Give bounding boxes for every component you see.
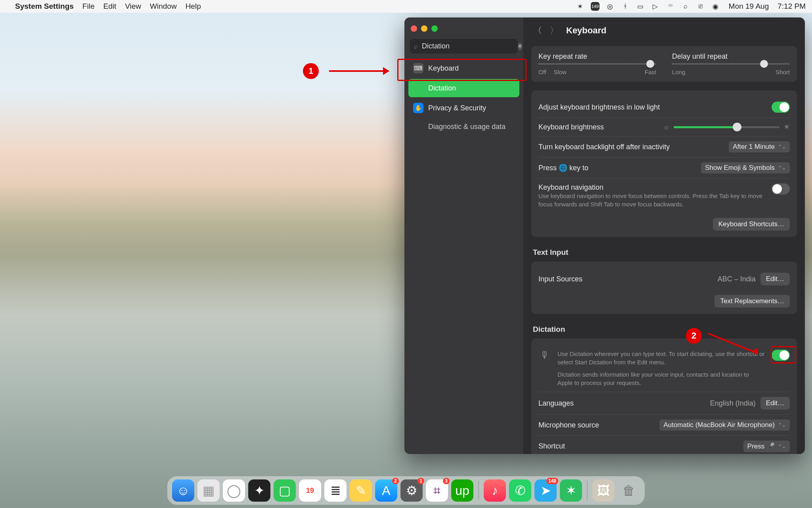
dock-launchpad[interactable]: ▦ xyxy=(197,479,220,502)
search-input[interactable] xyxy=(422,42,514,50)
slider-label: Delay until repeat xyxy=(672,52,790,61)
row-label: Turn keyboard backlight off after inacti… xyxy=(538,143,670,151)
dock-upwork[interactable]: up xyxy=(451,479,473,502)
slider-min-label: Long xyxy=(672,69,685,75)
brightness-high-icon: ☀ xyxy=(783,123,790,131)
hand-icon: ✋ xyxy=(413,103,423,113)
dock-notes[interactable]: ✎ xyxy=(350,479,372,502)
fullscreen-button[interactable] xyxy=(431,25,438,32)
close-button[interactable] xyxy=(411,25,417,32)
calendar-day: 19 xyxy=(306,487,314,495)
system-settings-window: ⌕ ✕ ⌨ Keyboard Dictation ✋ Privacy & Sec… xyxy=(404,17,805,454)
search-icon: ⌕ xyxy=(414,43,418,50)
chevron-updown-icon: ⌃⌄ xyxy=(778,144,786,150)
row-label: Input Sources xyxy=(538,275,582,283)
menu-file[interactable]: File xyxy=(82,2,95,11)
playback-icon[interactable]: ▷ xyxy=(651,2,660,11)
input-sources-edit-button[interactable]: Edit… xyxy=(760,273,790,285)
slider-max-label: Short xyxy=(776,69,790,75)
annotation-box-1 xyxy=(397,59,527,81)
bluetooth-icon[interactable]: ᚼ xyxy=(621,2,630,11)
languages-value: English (India) xyxy=(710,399,756,408)
dock-music[interactable]: ♪ xyxy=(484,479,506,502)
row-label: Languages xyxy=(538,399,574,408)
key-repeat-slider[interactable]: Key repeat rate Off Slow Fast xyxy=(538,52,656,75)
annotation-number: 1 xyxy=(308,66,313,76)
dock-finalcut[interactable]: ✦ xyxy=(248,479,270,502)
dock-facetime[interactable]: ▢ xyxy=(274,479,296,502)
control-center-icon[interactable]: ⎚ xyxy=(696,2,705,11)
forward-button[interactable]: 〉 xyxy=(550,25,559,37)
siri-icon[interactable]: ◉ xyxy=(711,2,720,11)
keyboard-shortcuts-button[interactable]: Keyboard Shortcuts… xyxy=(713,218,790,231)
text-input-header: Text Input xyxy=(533,248,795,257)
keyboard-settings-panel: Adjust keyboard brightness in low light … xyxy=(531,90,797,237)
menu-view[interactable]: View xyxy=(125,2,141,11)
cc-menubar-icon[interactable]: ◎ xyxy=(606,2,615,11)
menubar-date[interactable]: Mon 19 Aug xyxy=(729,2,769,11)
menu-edit[interactable]: Edit xyxy=(103,2,116,11)
app-name[interactable]: System Settings xyxy=(15,2,74,11)
dock-telegram[interactable]: ➤ xyxy=(534,479,557,502)
slider-label: Key repeat rate xyxy=(538,52,656,61)
settings-search[interactable]: ⌕ ✕ xyxy=(410,39,518,54)
sidebar-item-privacy[interactable]: ✋ Privacy & Security xyxy=(408,99,519,117)
chevron-updown-icon: ⌃⌄ xyxy=(778,165,786,171)
slider-min-label: Off xyxy=(538,69,546,75)
backlight-off-select[interactable]: After 1 Minute ⌃⌄ xyxy=(729,141,790,152)
dock: ☺ ▦ ◯ ✦ ▢ 19 ≣ ✎ A ⚙ ⌗ up ♪ ✆ ➤ ✶ 🖼 🗑 xyxy=(167,476,645,505)
sidebar-item-dictation[interactable]: Dictation xyxy=(408,79,519,97)
clear-search-button[interactable]: ✕ xyxy=(518,42,522,50)
microphone-source-select[interactable]: Automatic (MacBook Air Microphone) ⌃⌄ xyxy=(659,419,790,431)
spotlight-icon[interactable]: ⌕ xyxy=(681,2,690,11)
select-value: Automatic (MacBook Air Microphone) xyxy=(663,421,775,429)
dock-evernote[interactable]: ✶ xyxy=(560,479,582,502)
badge-149-icon[interactable]: 149 xyxy=(591,2,599,11)
annotation-box-2 xyxy=(771,346,796,364)
dock-calendar[interactable]: 19 xyxy=(299,479,321,502)
dictation-description: Use Dictation wherever you can type text… xyxy=(557,350,765,366)
menu-window[interactable]: Window xyxy=(150,2,177,11)
row-label: Press 🌐 key to xyxy=(538,164,588,172)
delay-repeat-slider[interactable]: Delay until repeat Long Short xyxy=(672,52,790,75)
dock-reminders[interactable]: ≣ xyxy=(324,479,347,502)
dock-preview-file[interactable]: 🖼 xyxy=(592,479,615,502)
row-description: Use keyboard navigation to move focus be… xyxy=(538,192,764,208)
input-sources-value: ABC – India xyxy=(718,275,756,283)
dictation-icon xyxy=(413,83,423,93)
key-repeat-panel: Key repeat rate Off Slow Fast Delay unti… xyxy=(531,46,797,82)
brightness-low-icon: ☼ xyxy=(663,123,670,131)
languages-edit-button[interactable]: Edit… xyxy=(760,397,790,410)
dock-whatsapp[interactable]: ✆ xyxy=(509,479,531,502)
dock-trash[interactable]: 🗑 xyxy=(618,479,640,502)
dictation-shortcut-select[interactable]: Press 🎤 ⌃⌄ xyxy=(743,441,790,452)
row-label: Microphone source xyxy=(538,421,599,429)
dock-finder[interactable]: ☺ xyxy=(172,479,194,502)
slider-max-label: Fast xyxy=(645,69,656,75)
globe-key-select[interactable]: Show Emoji & Symbols ⌃⌄ xyxy=(701,162,790,173)
sidebar-item-label: Privacy & Security xyxy=(428,104,486,112)
brightness-slider[interactable]: ☼ ☀ xyxy=(663,123,790,131)
settings-content: 〈 〉 Keyboard Key repeat rate Off Slow Fa… xyxy=(523,17,805,454)
sidebar-item-diagnostic[interactable]: Diagnostic & usage data xyxy=(408,119,519,135)
menu-help[interactable]: Help xyxy=(186,2,201,11)
minimize-button[interactable] xyxy=(421,25,427,32)
row-label: Adjust keyboard brightness in low light xyxy=(538,103,660,112)
keyboard-navigation-toggle[interactable] xyxy=(772,183,790,194)
battery-icon[interactable]: ▭ xyxy=(636,2,645,11)
dictation-header: Dictation xyxy=(533,325,795,334)
text-replacements-button[interactable]: Text Replacements… xyxy=(714,295,790,308)
dock-chrome[interactable]: ◯ xyxy=(223,479,245,502)
dock-appstore[interactable]: A xyxy=(375,479,397,502)
evernote-menubar-icon[interactable]: ✶ xyxy=(576,2,584,11)
dock-settings[interactable]: ⚙ xyxy=(400,479,423,502)
chevron-updown-icon: ⌃⌄ xyxy=(778,444,786,449)
text-input-panel: Input Sources ABC – India Edit… Text Rep… xyxy=(531,262,797,314)
wifi-icon[interactable]: ⌔ xyxy=(666,2,675,11)
dock-slack[interactable]: ⌗ xyxy=(426,479,448,502)
page-title: Keyboard xyxy=(566,25,606,36)
auto-brightness-toggle[interactable] xyxy=(772,102,790,113)
menubar-time[interactable]: 7:12 PM xyxy=(778,2,806,11)
back-button[interactable]: 〈 xyxy=(533,25,542,37)
select-value: After 1 Minute xyxy=(733,143,775,151)
